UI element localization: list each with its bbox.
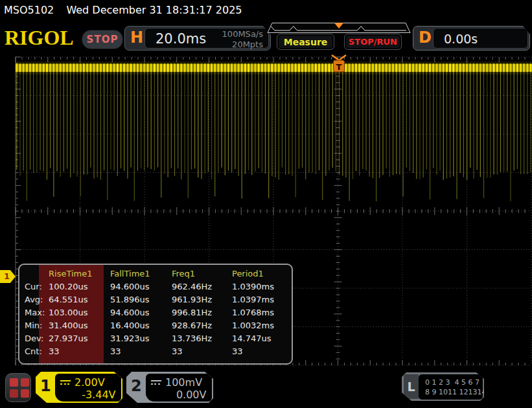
measurement-value: 94.600us [109,282,170,295]
measurement-value: 928.67Hz [170,321,231,334]
measurement-column-header[interactable]: Freq1 [170,269,231,282]
memory-waveform-icon [267,23,411,33]
measurement-column-header[interactable]: Period1 [231,269,293,282]
delay-panel[interactable]: D 0.00s [413,26,530,51]
dc-coupling-icon [60,379,72,386]
datetime: Wed December 31 18:31:17 2025 [66,4,242,16]
measure-button[interactable]: Measure [277,34,334,50]
horizontal-readout: 20.0ms 100MSa/s 20Mpts [145,28,269,49]
measurement-value: 31.923us [109,334,170,346]
channel2-readout: 100mV 0.00V [146,374,212,402]
horizontal-label: H [130,28,143,47]
memory-waveform-strip[interactable] [267,23,411,33]
measurement-value: 1.0032ms [231,321,293,334]
row-label: Cnt: [23,346,47,359]
measurement-value: 33 [47,346,109,359]
horizontal-panel[interactable]: H 20.0ms 100MSa/s 20Mpts [124,26,271,51]
delay-readout: 0.00s [433,28,528,49]
row-label: Avg: [23,295,47,308]
measurement-value: 16.400us [109,321,170,334]
channel1-readout: 2.00V -3.44V [55,374,121,402]
channel1-offset: -3.44V [82,389,115,401]
timebase-value: 20.0ms [156,31,206,47]
measurement-value: 103.00us [47,308,109,321]
table-corner [23,269,47,282]
row-label: Cur: [23,282,47,295]
channel2-number: 2 [131,377,142,395]
status-bar: MSO5102 Wed December 31 18:31:17 2025 [0,0,532,21]
acquisition-info: 100MSa/s 20Mpts [222,29,263,50]
measurement-value: 996.81Hz [170,308,231,321]
channel-status-bar: 1 2.00V -3.44V 2 100mV 0.00V L 0 1 2 3 4… [0,368,532,408]
channel2-scale: 100mV [165,376,202,389]
measurement-value: 962.46Hz [170,282,231,295]
logic-channels-8-15: 8 9 1011 12131415 [419,387,483,397]
measurement-value: 51.896us [109,295,170,308]
sample-rate: 100MSa/s [222,29,263,40]
channel1-scale: 2.00V [75,376,105,389]
rigol-logo: RIGOL [5,26,74,50]
measurement-grid: RiseTime1 FallTime1 Freq1 Period1 Cur: 1… [19,265,292,359]
memory-depth: 20Mpts [222,40,263,50]
measurement-column-header[interactable]: FallTime1 [109,269,170,282]
row-label: Max: [23,308,47,321]
measurement-value: 33 [109,346,170,359]
oscilloscope-screen: MSO5102 Wed December 31 18:31:17 2025 RI… [0,0,532,408]
measurement-value: 31.400us [47,321,109,334]
row-label: Dev: [23,334,47,346]
logic-channels-0-7: 0 1 2 3 4 5 6 7 [419,374,483,387]
measurement-value: 64.551us [47,295,109,308]
channel1-status[interactable]: 1 2.00V -3.44V [36,372,122,403]
measurement-value: 27.937us [47,334,109,346]
logic-channel-list: 0 1 2 3 4 5 6 7 8 9 1011 12131415 [419,374,483,400]
measurement-value: 14.747us [231,334,293,346]
measurement-value: 33 [170,346,231,359]
measurement-table: RiseTime1 FallTime1 Freq1 Period1 Cur: 1… [18,264,293,365]
measurement-value: 94.600us [109,308,170,321]
stop-run-button[interactable]: STOP/RUN [344,34,402,50]
grid-menu-icon[interactable] [5,373,31,402]
run-state-badge: STOP [82,30,123,49]
measurement-value: 33 [231,346,293,359]
model-name: MSO5102 [4,4,54,16]
channel2-status[interactable]: 2 100mV 0.00V [126,372,213,403]
delay-label: D [419,28,432,47]
measurement-value: 961.93Hz [170,295,231,308]
measurement-column-header[interactable]: RiseTime1 [47,269,109,282]
measurement-value: 1.0768ms [231,308,293,321]
channel2-offset: 0.00V [176,389,207,401]
logic-analyzer-status[interactable]: L 0 1 2 3 4 5 6 7 8 9 1011 12131415 [402,372,484,401]
row-label: Min: [23,321,47,334]
logic-analyzer-label: L [404,374,419,399]
measurement-value: 100.20us [47,282,109,295]
delay-value: 0.00s [444,32,478,46]
dc-coupling-icon [151,379,163,386]
measurement-value: 1.0397ms [231,295,293,308]
svg-text:T: T [336,62,342,72]
measurement-value: 13.736Hz [170,334,231,346]
measurement-value: 1.0390ms [231,282,293,295]
channel1-number: 1 [40,377,51,395]
